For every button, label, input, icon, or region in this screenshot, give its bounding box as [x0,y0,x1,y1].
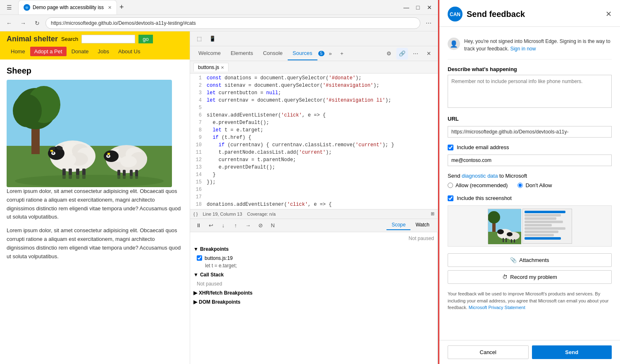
screenshot-checkbox-row: Include this screenshot [448,195,612,201]
refresh-btn[interactable]: ↻ [31,17,43,29]
devtools-feedback-btn[interactable]: 🔗 [396,48,408,59]
screenshot-section: Include this screenshot [448,195,612,247]
svg-point-45 [488,211,500,224]
code-line-4: 4 let currentnav = document.querySelecto… [190,98,438,105]
allow-radio-option[interactable]: Allow (recommended) [448,182,508,188]
code-line-13: 13 e.preventDefault(); [190,164,438,172]
step-into-btn[interactable]: ↓ [218,220,228,230]
nav-donate[interactable]: Donate [67,47,93,56]
privacy-link[interactable]: Microsoft Privacy Statement [469,305,525,310]
animal-name: Sheep [7,66,183,76]
devtools-inspect-btn[interactable]: ⬚ [193,33,205,45]
svg-point-18 [52,152,54,154]
diagnostic-link[interactable]: diagnostic data [462,173,498,179]
title-bar: ☰ Demo page with accessibility iss ✕ + —… [0,0,438,15]
code-line-18: 18 donations.addEventListener('click', e… [190,202,438,209]
step-out-btn[interactable]: ↑ [231,220,241,230]
dom-arrow: ▶ [193,299,197,305]
nav-bar: ← → ↻ https://microsoftedge.github.io/De… [0,15,438,31]
svg-text:CAN: CAN [450,12,460,17]
dt-tab-welcome[interactable]: Welcome [193,47,226,60]
nav-jobs[interactable]: Jobs [94,47,113,56]
forward-btn[interactable]: → [17,17,29,29]
diagnostic-prefix: Send [448,173,462,179]
nav-adopt[interactable]: Adopt a Pet [30,47,67,56]
xhr-section-header[interactable]: ▶ XHR/fetch Breakpoints [190,288,437,297]
step-over-btn[interactable]: ↩ [206,220,216,230]
search-input[interactable] [81,35,135,43]
feedback-close-btn[interactable]: ✕ [606,10,612,19]
cancel-button[interactable]: Cancel [448,345,529,359]
screenshot-thumbnail [485,206,575,246]
maximize-btn[interactable]: □ [413,2,423,12]
close-btn[interactable]: ✕ [424,2,434,12]
email-input[interactable] [448,155,612,166]
svg-point-33 [107,155,109,157]
back-btn[interactable]: ← [3,17,15,29]
scope-tab[interactable]: Scope [386,220,410,230]
nav-home[interactable]: Home [7,47,29,56]
debug-sections: Not paused ▼ Breakpoints buttons.js:19 l… [190,232,438,364]
minimize-btn[interactable]: — [401,2,411,12]
thumb-code [522,209,572,244]
sidebar-toggle-btn[interactable]: ☰ [3,2,15,13]
search-label: Search [61,36,78,42]
breakpoint-checkbox[interactable] [197,255,202,261]
dt-tab-console[interactable]: Console [258,47,288,60]
go-button[interactable]: go [138,35,153,43]
diagnostic-label: Send diagnostic data to Microsoft [448,173,612,179]
dt-tab-sources[interactable]: Sources [288,47,317,60]
file-tab-buttons-js[interactable]: buttons.js ✕ [193,63,229,71]
address-text: https://microsoftedge.github.io/Demos/de… [51,20,196,26]
deactivate-breakpoints-btn[interactable]: ⊘ [255,220,265,230]
address-bar[interactable]: https://microsoftedge.github.io/Demos/de… [45,17,420,29]
screen-cast-icon[interactable]: ⊞ [431,211,434,216]
not-paused-label: Not paused [190,232,437,245]
devtools-close-panel-btn[interactable]: ✕ [423,48,434,59]
allow-radio[interactable] [448,183,453,188]
watch-tab[interactable]: Watch [410,220,434,230]
step-btn[interactable]: → [243,220,253,230]
dt-tab-elements[interactable]: Elements [226,47,258,60]
dont-allow-radio[interactable] [517,183,523,188]
tab-close-btn[interactable]: ✕ [108,5,112,10]
code-editor[interactable]: 1 const donations = document.querySelect… [190,74,438,209]
devtools-options-btn[interactable]: ⋯ [410,48,421,59]
dont-pause-exceptions-btn[interactable]: N [268,220,278,230]
devtools-top-toolbar: ⬚ 📱 [190,31,438,46]
describe-textarea[interactable] [448,75,612,108]
call-stack-section-header[interactable]: ▼ Call Stack [190,270,437,279]
dont-allow-radio-option[interactable]: Don't Allow [517,182,552,188]
attachments-btn[interactable]: 📎 Attachments [448,253,612,267]
include-email-checkbox[interactable] [448,145,453,150]
file-tab-bar: buttons.js ✕ [190,61,438,74]
feedback-panel: CAN Send feedback ✕ 👤 Hey, you're not si… [438,0,620,364]
browser-menu-btn[interactable]: ⋯ [423,17,434,29]
lorem-text-1: Lorem ipsum dolor, sit amet consectetur … [7,187,183,221]
dom-section-header[interactable]: ▶ DOM Breakpoints [190,297,437,307]
new-tab-btn[interactable]: + [117,0,126,14]
send-button[interactable]: Send [532,345,612,359]
devtools-device-btn[interactable]: 📱 [207,33,218,45]
browser-tab-active[interactable]: Demo page with accessibility iss ✕ [18,0,117,14]
code-line-2: 2 const sitenav = document.querySelector… [190,83,438,90]
nav-about[interactable]: About Us [114,47,144,56]
code-line-12: 12 currentnav = t.parentNode; [190,157,438,164]
devtools-more-tabs[interactable]: » [324,48,336,59]
devtools-settings-btn[interactable]: ⚙ [383,48,395,59]
lorem-text-2: Lorem ipsum dolor, sit amet consectetur … [7,226,183,261]
pause-btn[interactable]: ⏸ [193,220,203,230]
code-line-10: 10 if (currentnav) { currentnav.classLis… [190,142,438,150]
breakpoints-arrow: ▼ [193,246,198,252]
sign-in-link[interactable]: Sign in now [510,46,536,52]
record-btn[interactable]: ⏱ Record my problem [448,270,612,284]
file-tab-close[interactable]: ✕ [221,65,224,70]
coverage-status: Coverage: n/a [247,212,276,216]
screenshot-checkbox[interactable] [448,195,453,201]
devtools-add-btn[interactable]: + [336,48,348,59]
breakpoints-section-header[interactable]: ▼ Breakpoints [190,245,437,254]
site-nav: Home Adopt a Pet Donate Jobs About Us [0,47,190,59]
devtools-tabs: Welcome Elements Console Sources 5 » + ⚙… [190,46,438,61]
feedback-header: CAN Send feedback ✕ [439,0,620,27]
url-input[interactable] [448,126,612,138]
